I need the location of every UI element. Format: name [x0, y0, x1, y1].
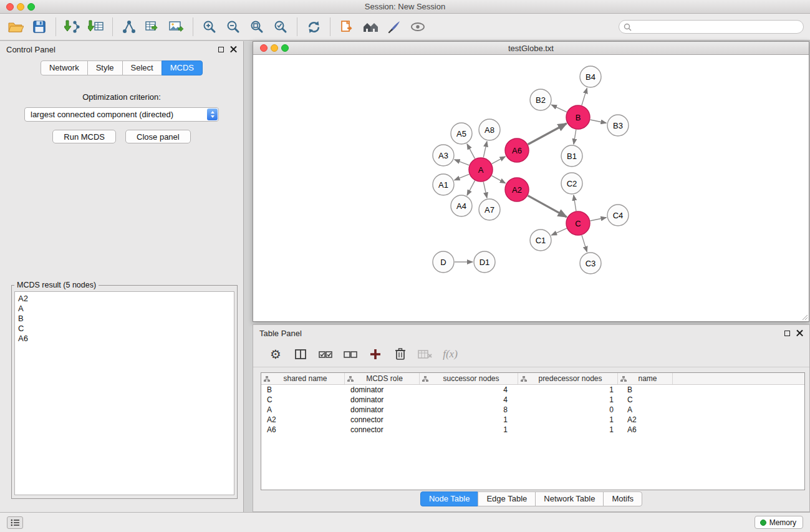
- result-item[interactable]: A: [18, 304, 231, 314]
- table-cell[interactable]: connector: [345, 415, 420, 424]
- edge-A-A4[interactable]: [467, 181, 475, 196]
- search-field[interactable]: [619, 20, 804, 34]
- node-A6[interactable]: A6: [505, 138, 529, 162]
- table-cell[interactable]: connector: [345, 425, 420, 434]
- table-row[interactable]: Adominator80A: [261, 405, 804, 415]
- table-row[interactable]: Bdominator41B: [261, 385, 804, 395]
- open-file-icon[interactable]: [4, 16, 27, 38]
- node-D[interactable]: D: [433, 251, 454, 273]
- edge-C-C3[interactable]: [582, 235, 587, 252]
- result-item[interactable]: C: [18, 324, 231, 334]
- save-session-icon[interactable]: [27, 16, 51, 38]
- network-canvas[interactable]: B4B2BB3A5A8A6B1A3AC2A1A2A4A7C4CC1C3DD1: [253, 56, 809, 321]
- add-column-icon[interactable]: [364, 344, 387, 365]
- table-cell[interactable]: 1: [518, 425, 618, 434]
- table-cell[interactable]: 1: [420, 425, 518, 434]
- edge-C-C2[interactable]: [574, 195, 576, 211]
- edge-A-A8[interactable]: [483, 142, 487, 158]
- open-session-from-file-icon[interactable]: [335, 16, 359, 38]
- table-cell[interactable]: 1: [518, 385, 618, 394]
- network-maximize-button[interactable]: [281, 44, 289, 52]
- table-cell[interactable]: 4: [420, 385, 518, 394]
- show-hide-graphics-details-icon[interactable]: [406, 16, 430, 38]
- node-B3[interactable]: B3: [607, 115, 629, 136]
- edge-C-C4[interactable]: [591, 218, 607, 221]
- tab-mcds[interactable]: MCDS: [162, 60, 203, 75]
- tab-motifs[interactable]: Motifs: [603, 491, 642, 506]
- table-cell[interactable]: B: [618, 385, 673, 394]
- node-A3[interactable]: A3: [433, 145, 454, 166]
- maximize-window-button[interactable]: [27, 3, 35, 11]
- column-header[interactable]: predecessor nodes: [518, 373, 618, 384]
- edge-A-A5[interactable]: [467, 144, 475, 159]
- edge-A-A1[interactable]: [455, 174, 470, 180]
- delete-table-icon[interactable]: [414, 344, 436, 365]
- node-A4[interactable]: A4: [451, 195, 472, 216]
- table-cell[interactable]: B: [261, 385, 345, 394]
- edge-A-A7[interactable]: [483, 182, 487, 198]
- node-B1[interactable]: B1: [561, 145, 582, 167]
- table-cell[interactable]: A6: [261, 425, 345, 434]
- float-table-panel-icon[interactable]: [784, 331, 790, 336]
- close-window-button[interactable]: [6, 3, 14, 11]
- column-header[interactable]: MCDS role: [345, 373, 420, 384]
- export-image-icon[interactable]: [165, 16, 188, 38]
- node-A5[interactable]: A5: [451, 123, 472, 144]
- deselect-all-rows-icon[interactable]: [339, 344, 362, 365]
- function-builder-icon[interactable]: f(x): [439, 344, 461, 365]
- table-cell[interactable]: 8: [420, 405, 518, 414]
- table-settings-icon[interactable]: ⚙: [264, 344, 287, 365]
- table-cell[interactable]: C: [618, 395, 673, 404]
- tab-network-table[interactable]: Network Table: [535, 491, 604, 506]
- node-D1[interactable]: D1: [474, 251, 495, 273]
- table-row[interactable]: A2connector11A2: [261, 415, 804, 425]
- edge-B-B3[interactable]: [591, 120, 607, 123]
- table-cell[interactable]: dominator: [345, 405, 420, 414]
- table-cell[interactable]: C: [261, 395, 345, 404]
- node-C3[interactable]: C3: [580, 253, 601, 274]
- node-A8[interactable]: A8: [479, 119, 500, 140]
- node-B4[interactable]: B4: [580, 66, 601, 87]
- home-icon[interactable]: [359, 16, 382, 38]
- task-history-button[interactable]: [7, 516, 23, 529]
- tab-network[interactable]: Network: [41, 60, 88, 75]
- close-panel-icon[interactable]: [230, 46, 237, 53]
- import-network-from-file-icon[interactable]: [60, 16, 84, 38]
- zoom-in-icon[interactable]: [198, 16, 221, 38]
- mcds-result-list[interactable]: A2ABCA6: [14, 291, 234, 495]
- edge-B-B1[interactable]: [574, 130, 576, 144]
- column-sort-icon[interactable]: [347, 376, 354, 382]
- column-header[interactable]: successor nodes: [420, 373, 518, 384]
- node-A[interactable]: A: [469, 158, 493, 181]
- result-item[interactable]: A6: [18, 334, 231, 344]
- node-C[interactable]: C: [566, 211, 590, 235]
- minimize-window-button[interactable]: [17, 3, 24, 11]
- edge-B-B2[interactable]: [551, 105, 567, 112]
- table-cell[interactable]: A2: [261, 415, 345, 424]
- optimization-criterion-dropdown[interactable]: largest connected component (directed): [24, 107, 219, 122]
- column-header[interactable]: shared name: [261, 373, 345, 384]
- zoom-fit-content-icon[interactable]: [245, 16, 269, 38]
- result-item[interactable]: A2: [18, 294, 231, 304]
- table-cell[interactable]: A2: [618, 415, 673, 424]
- column-sort-icon[interactable]: [422, 376, 428, 382]
- node-B[interactable]: B: [566, 105, 590, 129]
- column-sort-icon[interactable]: [264, 376, 270, 382]
- table-cell[interactable]: A6: [618, 425, 673, 434]
- node-A7[interactable]: A7: [479, 199, 500, 220]
- table-cell[interactable]: A: [618, 405, 673, 414]
- edge-B-B4[interactable]: [582, 88, 587, 105]
- column-sort-icon[interactable]: [521, 376, 527, 382]
- close-panel-button[interactable]: Close panel: [125, 130, 191, 143]
- edge-A-A2[interactable]: [492, 176, 506, 183]
- table-cell[interactable]: 4: [420, 395, 518, 404]
- import-table-from-file-icon[interactable]: [84, 16, 108, 38]
- table-row[interactable]: Cdominator41C: [261, 395, 804, 405]
- close-table-panel-icon[interactable]: [796, 330, 803, 337]
- memory-button[interactable]: Memory: [755, 516, 803, 529]
- delete-column-icon[interactable]: [389, 344, 412, 365]
- table-cell[interactable]: dominator: [345, 395, 420, 404]
- search-input[interactable]: [632, 22, 799, 31]
- edge-C-C1[interactable]: [551, 228, 566, 235]
- tab-style[interactable]: Style: [87, 60, 123, 75]
